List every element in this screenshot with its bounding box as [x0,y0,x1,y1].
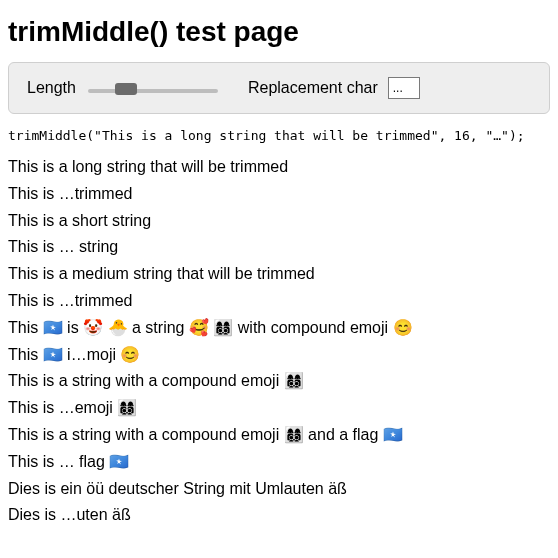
output-line: This is … flag 🇸🇴 [8,450,550,475]
page-title: trimMiddle() test page [8,16,550,48]
output-line: This is a string with a compound emoji 👩… [8,423,550,448]
controls-panel: Length Replacement char [8,62,550,114]
output-line: This 🇸🇴 is 🤡 🐣 a string 🥰 👩‍👩‍👦‍👦 with c… [8,316,550,341]
length-label: Length [27,79,76,97]
output-line: This is a long string that will be trimm… [8,155,550,180]
output-lines: This is a long string that will be trimm… [8,155,550,528]
length-slider[interactable] [88,89,218,93]
replacement-char-label: Replacement char [248,79,378,97]
output-line: This is …emoji 👩‍👩‍👦‍👦 [8,396,550,421]
output-line: This is … string [8,235,550,260]
output-line: This is a string with a compound emoji 👩… [8,369,550,394]
output-line: This is a medium string that will be tri… [8,262,550,287]
output-line: Dies is ein öü deutscher String mit Umla… [8,477,550,502]
output-line: This 🇸🇴 i…moji 😊 [8,343,550,368]
output-line: This is a short string [8,209,550,234]
replacement-char-input[interactable] [388,77,420,99]
output-line: Dies is …uten äß [8,503,550,528]
code-sample: trimMiddle("This is a long string that w… [8,128,550,143]
output-line: This is …trimmed [8,182,550,207]
output-line: This is …trimmed [8,289,550,314]
